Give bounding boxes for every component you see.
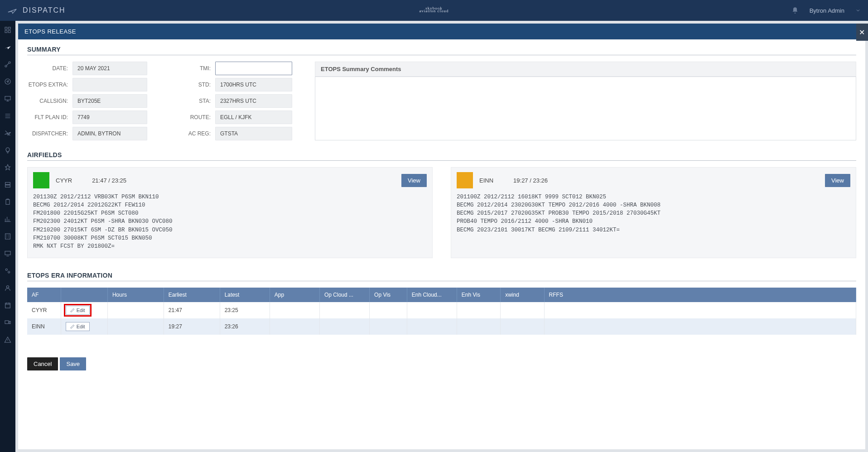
table-header: Enh Cloud...	[407, 288, 457, 302]
cell-opcloud	[319, 302, 369, 318]
value-sta: 2327HRS UTC	[215, 94, 292, 108]
user-name[interactable]: Bytron Admin	[810, 7, 844, 14]
table-row: EINN Edit 19:27 23:26	[27, 318, 856, 335]
cell-opcloud	[319, 318, 369, 335]
edit-button[interactable]: Edit	[66, 306, 90, 315]
section-summary: SUMMARY	[27, 46, 856, 55]
cell-rffs	[544, 302, 856, 318]
table-header: RFFS	[544, 288, 856, 302]
airfield-card: EINN 19:27 / 23:26 View 201100Z 2012/211…	[451, 167, 856, 258]
svg-rect-17	[5, 321, 9, 324]
svg-rect-9	[5, 185, 10, 188]
taf-text: 201130Z 2012/2112 VRB03KT P6SM BKN110 BE…	[33, 193, 427, 250]
chevron-down-icon[interactable]	[855, 8, 861, 13]
table-header: Enh Vis	[457, 288, 500, 302]
bell-icon[interactable]	[791, 7, 799, 14]
table-header: Earliest	[164, 288, 220, 302]
save-button[interactable]: Save	[60, 357, 86, 370]
cell-af: EINN	[27, 318, 61, 335]
table-header: Hours	[107, 288, 164, 302]
cell-opvis	[370, 302, 407, 318]
svg-rect-8	[5, 183, 10, 185]
nav-lightbulb-icon[interactable]	[3, 146, 12, 155]
value-ac-reg: GTSTA	[215, 127, 292, 140]
nav-presentation-icon[interactable]	[3, 94, 12, 103]
nav-building-icon[interactable]	[3, 232, 12, 241]
label-sta: STA:	[199, 94, 211, 108]
table-header	[61, 288, 107, 302]
edit-button[interactable]: Edit	[66, 322, 90, 331]
svg-rect-1	[8, 27, 10, 29]
label-route: ROUTE:	[190, 111, 211, 124]
table-header: Op Vis	[370, 288, 407, 302]
nav-pin-icon[interactable]	[3, 163, 12, 172]
svg-rect-2	[5, 30, 7, 33]
nav-monitor-icon[interactable]	[3, 249, 12, 258]
brand-logo: skybook aviation cloud	[419, 8, 448, 13]
page-title: DISPATCH	[23, 6, 66, 14]
nav-warning-icon[interactable]	[3, 335, 12, 344]
nav-calendar-icon[interactable]	[3, 301, 12, 310]
svg-rect-3	[8, 30, 10, 33]
comments-textarea[interactable]	[315, 77, 856, 140]
nav-devices-icon[interactable]	[3, 318, 12, 327]
taf-text: 201100Z 2012/2112 16018KT 9999 SCT012 BK…	[457, 193, 850, 234]
cell-earliest: 21:47	[164, 302, 220, 318]
top-bar: DISPATCH skybook aviation cloud Bytron A…	[0, 0, 868, 21]
view-button[interactable]: View	[401, 174, 427, 187]
cell-app	[270, 318, 319, 335]
cell-enhcloud	[407, 302, 457, 318]
airfield-time: 21:47 / 23:25	[92, 177, 126, 184]
label-dispatcher: DISPATCHER:	[32, 127, 68, 140]
cell-enhvis	[457, 302, 500, 318]
table-row: CYYR Edit 21:47 23:25	[27, 302, 856, 318]
nav-plane-icon[interactable]	[3, 43, 12, 52]
svg-rect-0	[5, 27, 7, 29]
panel-title: ETOPS RELEASE	[24, 28, 76, 35]
section-era: ETOPS ERA INFORMATION	[27, 272, 856, 281]
value-date: 20 MAY 2021	[72, 62, 147, 75]
nav-list-icon[interactable]	[3, 111, 12, 120]
airfield-code: EINN	[479, 177, 493, 184]
side-nav	[0, 21, 15, 452]
label-tmi: TMI:	[200, 62, 211, 75]
value-dispatcher: ADMIN, BYTRON	[72, 127, 147, 140]
view-button[interactable]: View	[825, 174, 850, 187]
cell-hours	[107, 302, 164, 318]
svg-point-13	[5, 269, 7, 270]
value-std: 1700HRS UTC	[215, 78, 292, 91]
nav-plane-off-icon[interactable]	[3, 129, 12, 138]
nav-compass-icon[interactable]	[3, 77, 12, 86]
cell-rffs	[544, 318, 856, 335]
nav-gears-icon[interactable]	[3, 266, 12, 275]
svg-rect-18	[9, 321, 10, 323]
svg-point-14	[8, 271, 10, 273]
cell-xwind	[501, 302, 544, 318]
cell-app	[270, 302, 319, 318]
status-swatch	[457, 172, 473, 188]
cell-enhvis	[457, 318, 500, 335]
nav-chart-icon[interactable]	[3, 215, 12, 224]
nav-route-icon[interactable]	[3, 60, 12, 69]
label-date: DATE:	[53, 62, 68, 75]
cell-latest: 23:25	[220, 302, 270, 318]
nav-clipboard-icon[interactable]	[3, 197, 12, 207]
cell-enhcloud	[407, 318, 457, 335]
value-flt-plan-id: 7749	[72, 111, 147, 124]
airfield-card: CYYR 21:47 / 23:25 View 201130Z 2012/211…	[27, 167, 433, 258]
nav-server-icon[interactable]	[3, 180, 12, 189]
cell-latest: 23:26	[220, 318, 270, 335]
tmi-input[interactable]	[215, 62, 292, 75]
table-header: Op Cloud ...	[319, 288, 369, 302]
nav-user-icon[interactable]	[3, 284, 12, 293]
svg-point-6	[5, 79, 10, 84]
label-callsign: CALLSIGN:	[39, 94, 68, 108]
close-icon[interactable]: ✕	[856, 24, 868, 41]
cell-hours	[107, 318, 164, 335]
table-header: App	[270, 288, 319, 302]
nav-grid-icon[interactable]	[3, 25, 12, 34]
comments-label: ETOPS Summary Comments	[315, 62, 856, 77]
cancel-button[interactable]: Cancel	[27, 357, 58, 370]
status-swatch	[33, 172, 49, 188]
airfield-time: 19:27 / 23:26	[513, 177, 548, 184]
